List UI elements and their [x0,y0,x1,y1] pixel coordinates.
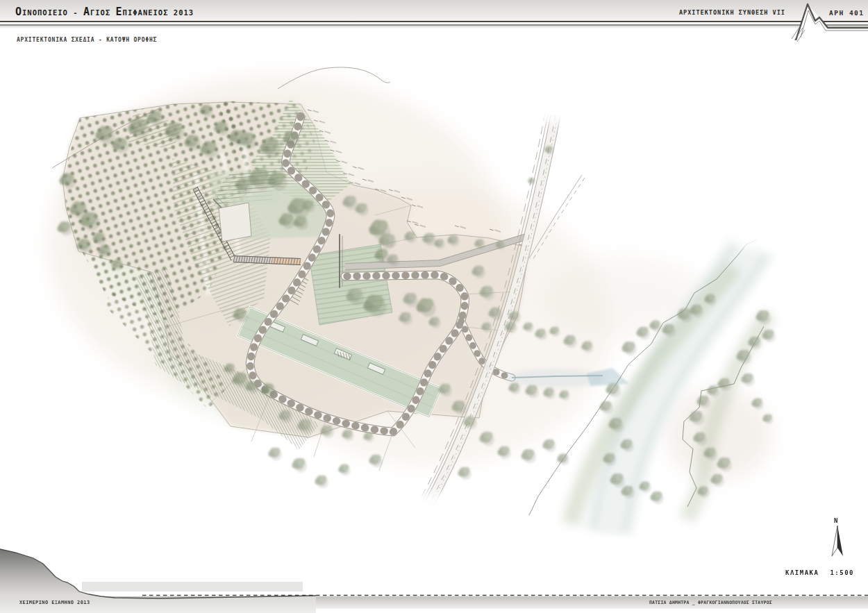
header-rule-dark [0,21,868,22]
authors-label: ΠΑΤΣΙΑ ΔΗΜΗΤΡΑ _ ΦΡΑΓΚΟΓΙΑΝΝΟΠΟΥΛΟΣ ΣΤΑΥ… [649,600,772,605]
course-title: ΑΡΧΙΤΕΚΤΟΝΙΚΗ ΣΥΝΘΕΣΗ VII [679,9,785,16]
footer-watermark [82,582,303,591]
north-arrow: N [832,517,843,556]
scale-value: 1:500 [830,569,854,576]
site-plan-drawing: N [0,0,868,613]
north-label: N [834,517,837,524]
scale-label: ΚΛΙΜΑΚΑ [785,569,819,576]
project-title: ΟΙΝΟΠΟΙΕΙΟ - ΑΓΙΟΣ ΕΠΙΦΑΝΕΙΟΣ 2013 [15,5,194,18]
small-plaza [219,203,251,242]
header-rule-shadow [0,26,868,28]
mountain-peak-logo-icon [783,0,868,43]
drawing-subtitle: ΑΡΧΙΤΕΚΤΟΝΙΚΑ ΣΧΕΔΙΑ - ΚΑΤΟΨΗ ΟΡΟΦΗΣ [17,37,157,43]
semester-label: ΧΕΙΜΕΡΙΝΟ ΕΞΑΜΗΝΟ 2013 [19,600,90,605]
scale-note: ΚΛΙΜΑΚΑ1:500 [785,569,854,576]
course-code: ΑΡΗ 401 [829,9,865,17]
architectural-sheet: { "sheet": { "project_title": "ΟΙΝΟΠΟΙΕΙ… [0,0,868,613]
